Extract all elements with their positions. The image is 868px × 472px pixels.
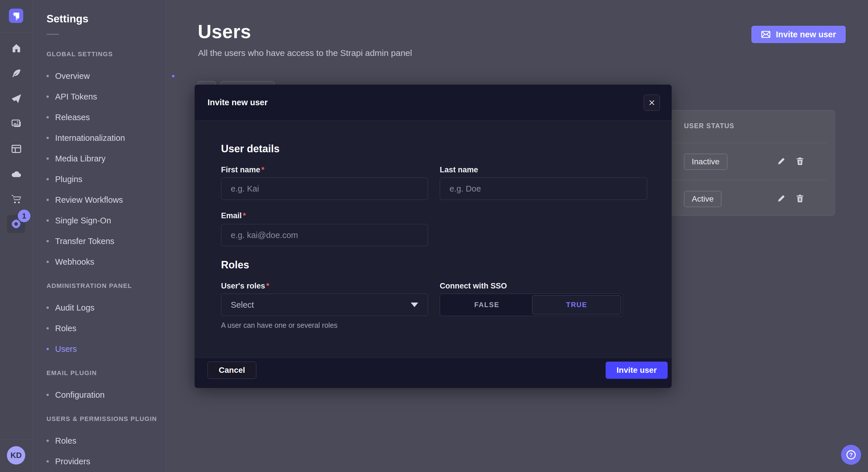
edit-pencil-icon[interactable] bbox=[776, 193, 786, 205]
bullet-icon bbox=[46, 220, 49, 222]
sidebar-item-single-sign-on[interactable]: Single Sign-On bbox=[46, 215, 111, 226]
sso-toggle: FALSE TRUE bbox=[440, 294, 623, 316]
sidebar-item-label: Roles bbox=[55, 324, 76, 333]
settings-sidebar: Settings GLOBAL SETTINGSOverviewAPI Toke… bbox=[32, 0, 166, 472]
sidebar-item-api-tokens[interactable]: API Tokens bbox=[46, 91, 97, 102]
cancel-button[interactable]: Cancel bbox=[208, 362, 256, 379]
bullet-icon bbox=[46, 240, 49, 242]
sidebar-item-label: Media Library bbox=[55, 154, 105, 164]
bullet-icon bbox=[46, 460, 49, 463]
sidebar-item-label: Internationalization bbox=[55, 133, 125, 143]
section-label: GLOBAL SETTINGS bbox=[46, 50, 113, 58]
sidebar-item-plugins[interactable]: Plugins bbox=[46, 173, 82, 185]
help-button[interactable]: ? bbox=[841, 445, 861, 465]
feather-icon[interactable] bbox=[0, 63, 32, 83]
sidebar-item-label: Providers bbox=[55, 457, 90, 466]
sidebar-item-roles[interactable]: Roles bbox=[46, 323, 76, 334]
invite-new-user-button[interactable]: Invite new user bbox=[751, 26, 846, 43]
last-name-label: Last name bbox=[440, 165, 478, 174]
email-label: Email* bbox=[221, 211, 246, 220]
rail-divider bbox=[0, 439, 32, 440]
sidebar-item-providers[interactable]: Providers bbox=[46, 456, 90, 467]
content-manager-icon[interactable] bbox=[0, 139, 32, 159]
sidebar-item-audit-logs[interactable]: Audit Logs bbox=[46, 302, 94, 313]
status-badge-inactive: Inactive bbox=[684, 154, 727, 170]
sidebar-item-internationalization[interactable]: Internationalization bbox=[46, 132, 125, 144]
sidebar-item-label: Configuration bbox=[55, 390, 105, 400]
first-name-input[interactable]: e.g. Kai bbox=[221, 177, 428, 200]
page-title: Users bbox=[198, 21, 251, 42]
icon-rail: 1 KD bbox=[0, 0, 32, 472]
modal-header: Invite new user bbox=[195, 85, 672, 121]
invite-user-button[interactable]: Invite user bbox=[606, 362, 668, 379]
sidebar-title-divider bbox=[46, 34, 59, 35]
close-icon[interactable] bbox=[644, 95, 660, 111]
sidebar-item-webhooks[interactable]: Webhooks bbox=[46, 256, 94, 268]
sidebar-item-configuration[interactable]: Configuration bbox=[46, 389, 105, 401]
roles-select-value: Select bbox=[231, 300, 254, 310]
user-avatar[interactable]: KD bbox=[7, 446, 25, 465]
roles-hint: A user can have one or several roles bbox=[221, 321, 338, 330]
connect-sso-label: Connect with SSO bbox=[440, 281, 507, 291]
strapi-logo[interactable] bbox=[9, 9, 23, 23]
sidebar-item-roles[interactable]: Roles bbox=[46, 435, 76, 446]
sidebar-item-overview[interactable]: Overview bbox=[46, 70, 90, 82]
last-name-placeholder: e.g. Doe bbox=[450, 184, 481, 194]
invite-user-modal: Invite new user User details First name*… bbox=[195, 85, 672, 388]
roles-heading: Roles bbox=[221, 259, 249, 271]
bullet-icon bbox=[46, 199, 49, 201]
user-status-column-header: USER STATUS bbox=[684, 122, 734, 130]
bullet-icon bbox=[46, 440, 49, 442]
sidebar-title: Settings bbox=[46, 13, 88, 25]
sidebar-item-label: Overview bbox=[55, 71, 90, 81]
first-name-label: First name* bbox=[221, 165, 265, 174]
bullet-icon bbox=[46, 394, 49, 396]
first-name-placeholder: e.g. Kai bbox=[231, 184, 259, 194]
email-input[interactable]: e.g. kai@doe.com bbox=[221, 224, 428, 246]
sso-toggle-false[interactable]: FALSE bbox=[441, 301, 532, 309]
paper-plane-icon[interactable] bbox=[0, 89, 32, 109]
chevron-down-icon bbox=[411, 303, 418, 307]
email-placeholder: e.g. kai@doe.com bbox=[231, 231, 298, 240]
cloud-icon[interactable] bbox=[0, 164, 32, 184]
invite-new-user-label: Invite new user bbox=[776, 30, 836, 39]
sidebar-item-label: Releases bbox=[55, 113, 90, 122]
sidebar-item-label: Review Workflows bbox=[55, 195, 123, 205]
sidebar-item-review-workflows[interactable]: Review Workflows bbox=[46, 194, 123, 206]
settings-notification-badge: 1 bbox=[18, 210, 30, 222]
rail-divider bbox=[0, 32, 32, 33]
sidebar-item-transfer-tokens[interactable]: Transfer Tokens bbox=[46, 235, 114, 247]
delete-trash-icon[interactable] bbox=[795, 156, 805, 167]
bullet-icon bbox=[46, 137, 49, 139]
marketplace-cart-icon[interactable] bbox=[0, 189, 32, 209]
required-asterisk: * bbox=[243, 211, 246, 220]
required-asterisk: * bbox=[267, 281, 270, 290]
bullet-icon bbox=[46, 307, 49, 309]
roles-select[interactable]: Select bbox=[221, 294, 428, 316]
sidebar-item-users[interactable]: Users bbox=[46, 343, 77, 355]
sidebar-item-label: API Tokens bbox=[55, 92, 97, 102]
users-roles-label: User's roles* bbox=[221, 281, 269, 291]
sidebar-item-label: Transfer Tokens bbox=[55, 237, 114, 246]
delete-trash-icon[interactable] bbox=[795, 194, 805, 204]
edit-pencil-icon[interactable] bbox=[776, 156, 786, 167]
modal-title: Invite new user bbox=[208, 98, 268, 107]
section-label: USERS & PERMISSIONS PLUGIN bbox=[46, 415, 157, 423]
sidebar-item-media-library[interactable]: Media Library bbox=[46, 153, 105, 164]
section-label: ADMINISTRATION PANEL bbox=[46, 282, 132, 290]
last-name-input[interactable]: e.g. Doe bbox=[440, 177, 647, 200]
bullet-icon bbox=[46, 96, 49, 98]
bullet-icon bbox=[46, 178, 49, 180]
sidebar-item-label: Webhooks bbox=[55, 257, 94, 267]
sidebar-item-releases[interactable]: Releases bbox=[46, 111, 90, 123]
media-library-icon[interactable] bbox=[0, 113, 32, 134]
sso-toggle-true[interactable]: TRUE bbox=[532, 295, 621, 314]
modal-footer bbox=[195, 358, 672, 388]
user-details-heading: User details bbox=[221, 143, 280, 155]
svg-text:?: ? bbox=[849, 452, 853, 458]
sidebar-item-label: Users bbox=[55, 344, 77, 354]
sidebar-item-label: Plugins bbox=[55, 175, 82, 184]
home-icon[interactable] bbox=[0, 38, 32, 58]
strapi-admin-screen: Users All the users who have access to t… bbox=[0, 0, 868, 472]
bullet-icon bbox=[46, 75, 49, 77]
